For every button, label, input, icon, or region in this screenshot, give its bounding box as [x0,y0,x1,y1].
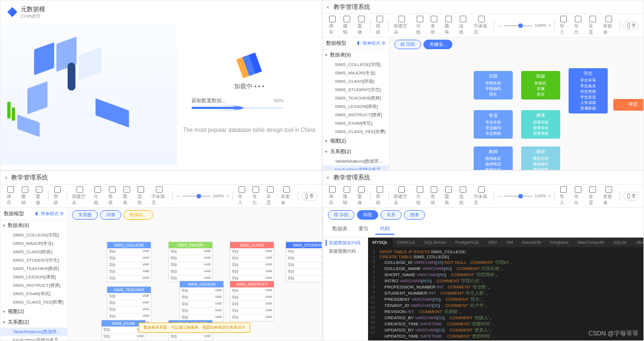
tool-新建空表[interactable]: 新建空表 [392,16,411,35]
tool-撤销[interactable]: 撤销 [341,16,352,35]
tool-重做[interactable]: 重做 [356,16,367,35]
tree-item[interactable]: SIMS_LESSON[课程] [323,102,389,111]
table-card[interactable]: SIMS_INSTRUCT字段VAR字段VAR字段VAR字段VAR字段VAR [230,281,274,321]
table-card[interactable]: SIMS_LESSON字段VAR字段VAR字段VAR字段VAR字段VAR [179,281,224,321]
chevron-left-icon[interactable]: ‹ [327,4,329,10]
tool-重做[interactable]: 重做 [34,186,45,206]
tool-字体填充[interactable]: 字体填充 [472,186,491,206]
tool-撤销[interactable]: 撤销 [341,186,352,206]
tool-形状[interactable]: 形状 [429,186,440,206]
chip-key-entities[interactable]: 关键业... [423,40,453,49]
tree-item[interactable]: SIMS_CLASS_FEE[班费] [323,127,389,136]
tree-item[interactable]: SIMS_COLLEGE[学院] [323,60,389,69]
tool-连线[interactable]: 连线 [457,186,469,206]
tool-保存[interactable]: 保存 [327,186,338,206]
tree-item[interactable]: SIMS_TEACHER[教师] [1,264,67,273]
node-课程[interactable]: 课程课程名称课程编号课程类型学分 [521,146,560,170]
mode-toggle[interactable]: ◐ 简单模式 ⚙ [357,40,385,46]
db-tab-SQLite[interactable]: SQLite [609,238,631,247]
db-tab-DB2[interactable]: DB2 [484,238,502,247]
tree-item[interactable]: SIMS_STUDENT[学生] [1,256,67,264]
tool-导出[interactable]: 导出 [251,186,262,206]
tool-分组[interactable]: 分组 [414,16,426,35]
tree-item[interactable]: TableRelations[数据库关系图] [323,157,389,165]
tool-重做[interactable]: 重做 [356,186,367,206]
tool-设置[interactable]: 设置 [587,16,598,35]
tree-item[interactable]: SIMS_EXAM[考试] [1,290,67,298]
tree-item[interactable]: TableRelations[数据库关系图] [1,328,67,336]
tool-字体填充[interactable]: 字体填充 [472,16,491,35]
db-tab-JAVA[interactable]: JAVA [631,238,644,247]
search-input[interactable] [302,192,317,201]
canvas[interactable]: 关系图 详情 数据表... SIMS_COLLEGE字段VAR字段VAR字段VA… [68,208,322,341]
tool-新窗体[interactable]: 新窗体 [279,186,294,206]
node-专业[interactable]: 专业专业名称专业编号专业简称 [474,110,513,139]
db-tab-DM[interactable]: DM [502,238,517,247]
tree-item[interactable]: SIMS_MAJOR[专业] [323,69,389,77]
tool-设置[interactable]: 设置 [587,186,598,206]
db-tab-PostgreSQL[interactable]: PostgreSQL [451,238,484,247]
tree-item[interactable]: SIMS_CLASS[班级] [323,77,389,86]
chip-college[interactable]: 模 学院 [394,40,421,49]
db-tab-ORACLE[interactable]: ORACLE [393,238,420,247]
tool-圆角[interactable]: 圆角 [443,186,454,206]
table-card[interactable]: SIMS_STUDENT字段VAR字段VAR字段VAR字段VAR字段VAR [285,241,322,282]
tree-item[interactable]: SIMS_INSTRUCT[授课] [1,281,67,290]
tree-item[interactable]: SIMS_MAJOR[专业] [1,239,67,248]
tool-导出[interactable]: 导出 [573,16,584,35]
tree-item[interactable]: SIMS_CLASS_FEE[班费] [1,298,67,306]
tool-连线[interactable]: 连线 [136,186,147,206]
tool-圆角[interactable]: 圆角 [443,16,454,35]
group-tables[interactable]: 数据表(9) [323,50,389,60]
table-card[interactable]: SIMS_CLASS字段VAR字段VAR字段VAR字段VAR字段VAR [230,241,274,282]
tool-层级[interactable]: 层级 [374,16,385,35]
tool-分组[interactable]: 分组 [92,186,103,206]
tool-字体填充[interactable]: 字体填充 [150,186,169,206]
tab-code[interactable]: 代码 [375,224,394,235]
tree-item[interactable]: KeyEntities[关键业务实体] [1,336,67,341]
db-tab-MYSQL[interactable]: MYSQL [368,238,393,247]
node-考试[interactable]: 考试 [613,99,644,111]
tool-新窗体[interactable]: 新窗体 [602,16,617,35]
tool-分组[interactable]: 分组 [414,186,426,206]
search-input[interactable] [623,192,639,201]
table-card[interactable]: SIMS_MAJOR字段VAR字段VAR字段VAR字段VAR字段VAR [168,241,213,282]
tool-设置[interactable]: 设置 [265,186,276,206]
db-tab-MaxCompute[interactable]: MaxCompute [573,238,609,247]
tree-item[interactable]: SIMS_COLLEGE[学院] [1,231,67,239]
tool-新窗体[interactable]: 新窗体 [602,186,617,206]
tree-item[interactable]: SIMS_INSTRUCT[授课] [323,111,389,119]
tool-形状[interactable]: 形状 [429,16,440,35]
tree-item[interactable]: SIMS_TEACHER[教师] [323,94,389,102]
tool-新建空表[interactable]: 新建空表 [70,186,89,206]
tree-item[interactable]: SIMS_CLASS[班级] [1,248,67,256]
tab-table[interactable]: 数据表 [328,224,352,235]
tree-item[interactable]: SIMS_STUDENT[学生] [323,86,389,94]
tool-连线[interactable]: 连线 [457,16,469,35]
tree-item[interactable]: KeyEntities[关键业务实体] [323,165,389,170]
tool-层级[interactable]: 层级 [374,186,385,206]
db-tab-Kingbase[interactable]: Kingbase [546,238,573,247]
group-views[interactable]: 视图(2) [323,136,389,146]
code-editor[interactable]: 1234567891011121314151617 DROP TABLE IF … [368,247,645,341]
tool-圆角[interactable]: 圆角 [121,186,132,206]
tool-新建空表[interactable]: 新建空表 [392,186,411,206]
zoom-slider[interactable]: — 100% + [498,23,551,28]
canvas[interactable]: 模 学院 关键业... 学院学院名称学院编码院长班级班级名所属所在学生学生学号学… [390,37,644,170]
tab-index[interactable]: 索引 [354,224,373,235]
node-班级[interactable]: 班级班级名所属所在 [521,71,560,100]
tree-item[interactable]: SIMS_EXAM[考试] [323,119,389,127]
node-教师[interactable]: 教师教师姓名教师电话教师介绍教师职称 [474,146,513,170]
tool-导入[interactable]: 导入 [236,186,247,206]
tool-导入[interactable]: 导入 [558,16,569,35]
db-tab-SQLServer[interactable]: SQLServer [419,238,451,247]
tool-保存[interactable]: 保存 [5,186,16,206]
table-card[interactable]: SIMS_COLLEGE字段VAR字段VAR字段VAR字段VAR字段VAR [107,241,151,282]
tool-撤销[interactable]: 撤销 [20,186,31,206]
zoom-slider[interactable]: — 100% + [176,193,229,198]
node-学生[interactable]: 学生学生学号学生姓名学生性别学生状态入学成绩所属班级 [569,68,608,113]
db-tab-GaussDB[interactable]: GaussDB [518,238,546,247]
tool-形状[interactable]: 形状 [107,186,118,206]
search-input[interactable] [623,21,639,30]
tool-导出[interactable]: 导出 [573,186,584,206]
